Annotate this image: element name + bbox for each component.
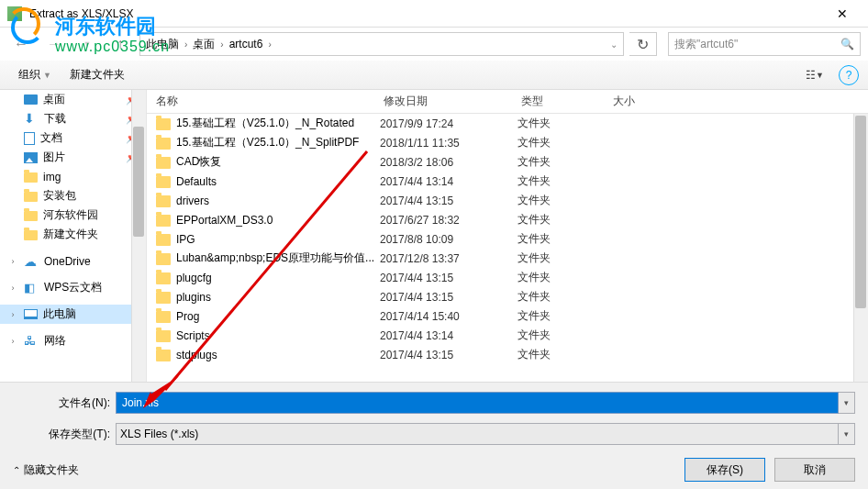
folder-icon [24, 211, 38, 221]
filetype-select[interactable]: XLS Files (*.xls) [116, 423, 839, 445]
toolbar: 组织▼ 新建文件夹 ☷ ▼ ? [0, 61, 868, 90]
newfolder-button[interactable]: 新建文件夹 [61, 63, 134, 86]
hide-folders-toggle[interactable]: ⌃ 隐藏文件夹 [13, 462, 79, 478]
view-button[interactable]: ☷ ▼ [798, 65, 831, 85]
breadcrumb[interactable]: 此电脑 › 桌面 › artcut6 › ⌄ [139, 32, 624, 56]
sidebar-label: 文档 [40, 130, 62, 146]
folder-icon [156, 330, 171, 342]
file-row[interactable]: IPG2017/8/8 10:09文件夹 [147, 229, 868, 249]
file-type: 文件夹 [517, 270, 609, 285]
help-button[interactable]: ? [839, 65, 859, 85]
sidebar-item[interactable]: ⬇下载📌 [0, 109, 146, 128]
filetype-dropdown[interactable]: ▾ [839, 423, 855, 445]
onedrive-icon: ☁ [24, 254, 39, 269]
sidebar-item[interactable]: 安装包 [0, 186, 146, 206]
sidebar-label: OneDrive [44, 255, 91, 268]
search-input[interactable]: 搜索"artcut6" 🔍 [668, 32, 861, 56]
sidebar-item[interactable]: ›◧WPS云文档 [0, 278, 146, 297]
organize-button[interactable]: 组织▼ [9, 63, 61, 86]
file-date: 2017/9/9 17:24 [380, 117, 517, 130]
sidebar-item[interactable]: ›☁OneDrive [0, 251, 146, 271]
sidebar-item[interactable] [0, 271, 146, 278]
sidebar-item[interactable]: ›🖧网络 [0, 331, 146, 350]
file-date: 2018/1/11 11:35 [380, 137, 517, 150]
sidebar-item[interactable]: 桌面📌 [0, 90, 146, 109]
sidebar-item[interactable] [0, 244, 146, 251]
filelist-scrollbar[interactable] [853, 114, 868, 382]
col-name[interactable]: 名称 [147, 90, 374, 113]
col-size[interactable]: 大小 [604, 90, 696, 113]
file-list: 名称 修改日期 类型 大小 15.基础工程（V25.1.0）_N_Rotated… [147, 90, 868, 382]
folder-icon [24, 172, 38, 183]
folder-icon [156, 292, 171, 304]
download-icon: ⬇ [24, 112, 39, 127]
file-row[interactable]: plugcfg2017/4/4 13:15文件夹 [147, 268, 868, 287]
sidebar-label: 网络 [44, 333, 66, 349]
file-row[interactable]: drivers2017/4/4 13:15文件夹 [147, 191, 868, 210]
file-row[interactable]: stdplugs2017/4/4 13:15文件夹 [147, 345, 868, 364]
back-button[interactable]: ← [7, 32, 35, 56]
save-button[interactable]: 保存(S) [684, 458, 765, 482]
chevron-icon: › [184, 39, 187, 50]
file-name: Defaults [176, 175, 380, 188]
sidebar-item[interactable]: 河东软件园 [0, 206, 146, 225]
file-type: 文件夹 [517, 116, 609, 131]
filename-input[interactable] [116, 392, 839, 414]
sidebar-item[interactable]: 图片📌 [0, 148, 146, 167]
forward-button[interactable]: → [40, 32, 68, 56]
chevron-icon: › [220, 39, 223, 50]
sidebar-item[interactable]: 文档📌 [0, 128, 146, 148]
sidebar-label: 桌面 [43, 92, 65, 107]
file-date: 2017/12/8 13:37 [380, 252, 517, 265]
up-button[interactable]: ↑ [106, 32, 134, 56]
pc-icon [24, 309, 38, 319]
sidebar-scrollbar[interactable] [131, 90, 146, 382]
breadcrumb-item[interactable]: 桌面 [193, 37, 215, 52]
file-name: Scripts [176, 329, 380, 342]
window-title: Extract as XLS/XLSX [29, 7, 824, 20]
col-date[interactable]: 修改日期 [374, 90, 512, 113]
breadcrumb-item[interactable]: 此电脑 [146, 37, 179, 52]
file-row[interactable]: Defaults2017/4/4 13:14文件夹 [147, 172, 868, 191]
file-row[interactable]: Scripts2017/4/4 13:14文件夹 [147, 326, 868, 345]
column-headers: 名称 修改日期 类型 大小 [147, 90, 868, 114]
file-row[interactable]: 15.基础工程（V25.1.0）_N_Rotated2017/9/9 17:24… [147, 114, 868, 133]
sidebar-item[interactable]: img [0, 167, 146, 186]
folder-icon [156, 215, 171, 227]
sidebar: 桌面📌⬇下载📌文档📌图片📌img安装包河东软件园新建文件夹›☁OneDrive›… [0, 90, 147, 382]
folder-icon [156, 138, 171, 150]
folder-icon [24, 230, 38, 240]
file-type: 文件夹 [517, 135, 609, 150]
sidebar-label: WPS云文档 [44, 280, 102, 295]
cancel-button[interactable]: 取消 [774, 458, 855, 482]
close-button[interactable]: ✕ [824, 3, 861, 25]
file-name: plugcfg [176, 272, 380, 284]
file-date: 2018/3/2 18:06 [380, 156, 517, 169]
filename-dropdown[interactable]: ▾ [839, 392, 855, 414]
file-row[interactable]: CAD恢复2018/3/2 18:06文件夹 [147, 152, 868, 172]
folder-icon [156, 195, 171, 207]
sidebar-item[interactable]: ›此电脑 [0, 305, 146, 324]
file-type: 文件夹 [517, 173, 609, 189]
desktop-icon [24, 94, 38, 105]
file-type: 文件夹 [517, 154, 609, 170]
file-date: 2017/4/4 13:15 [380, 272, 517, 284]
file-row[interactable]: plugins2017/4/4 13:15文件夹 [147, 287, 868, 306]
breadcrumb-item[interactable]: artcut6 [229, 38, 263, 50]
refresh-button[interactable]: ↻ [629, 32, 657, 56]
file-date: 2017/8/8 10:09 [380, 233, 517, 246]
file-row[interactable]: 15.基础工程（V25.1.0）_N_SplitPDF2018/1/11 11:… [147, 133, 868, 152]
file-type: 文件夹 [517, 347, 609, 362]
file-row[interactable]: Prog2017/4/14 15:40文件夹 [147, 306, 868, 326]
folder-icon [24, 192, 38, 202]
sidebar-item[interactable] [0, 297, 146, 305]
sidebar-item[interactable] [0, 324, 146, 331]
file-row[interactable]: EPPortalXM_DS3.02017/6/27 18:32文件夹 [147, 210, 868, 229]
file-row[interactable]: Luban&amp;nbsp;EDS原理功能与价值...2017/12/8 13… [147, 249, 868, 268]
dropdown-icon[interactable]: ⌄ [610, 39, 618, 50]
pic-icon [24, 152, 38, 163]
col-type[interactable]: 类型 [512, 90, 604, 113]
sidebar-item[interactable]: 新建文件夹 [0, 225, 146, 244]
file-name: Prog [176, 310, 380, 323]
recent-button[interactable]: ▼ [73, 32, 101, 56]
